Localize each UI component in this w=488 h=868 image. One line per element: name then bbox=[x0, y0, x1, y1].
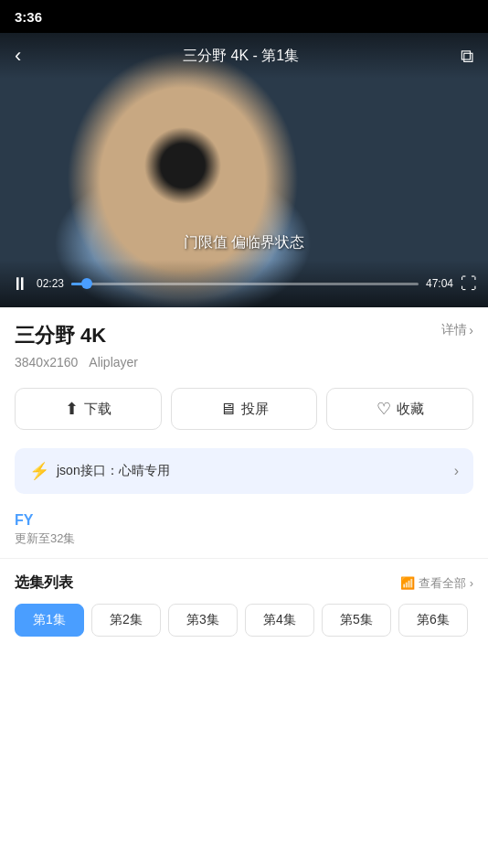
detail-arrow: › bbox=[469, 323, 473, 338]
json-arrow: › bbox=[454, 463, 459, 479]
progress-bar[interactable] bbox=[71, 283, 419, 285]
cast-label: 投屏 bbox=[241, 401, 269, 418]
status-time: 3:36 bbox=[15, 9, 42, 25]
detail-link[interactable]: 详情 › bbox=[441, 322, 473, 338]
view-all-button[interactable]: 📶 查看全部 › bbox=[400, 575, 473, 592]
pip-button[interactable]: ⧉ bbox=[461, 46, 473, 67]
show-meta: 3840x2160 Aliplayer bbox=[15, 355, 138, 370]
time-total: 47:04 bbox=[426, 277, 453, 290]
info-section: 三分野 4K 3840x2160 Aliplayer 详情 › bbox=[0, 307, 488, 377]
episode-button-5[interactable]: 第5集 bbox=[322, 604, 391, 637]
view-all-arrow: › bbox=[470, 576, 473, 590]
episode-button-1[interactable]: 第1集 bbox=[15, 604, 84, 637]
lightning-icon: ⚡ bbox=[29, 461, 49, 481]
pause-button[interactable]: ⏸ bbox=[11, 273, 29, 295]
time-current: 02:23 bbox=[37, 277, 64, 290]
episode-header: 选集列表 📶 查看全部 › bbox=[15, 573, 473, 593]
favorite-button[interactable]: ♡ 收藏 bbox=[326, 388, 473, 430]
detail-label: 详情 bbox=[441, 322, 467, 338]
action-buttons: ⬆ 下载 🖥 投屏 ♡ 收藏 bbox=[0, 377, 488, 441]
player-controls: ⏸ 02:23 47:04 ⛶ bbox=[0, 260, 488, 307]
cast-icon: 🖥 bbox=[219, 400, 236, 419]
cast-button[interactable]: 🖥 投屏 bbox=[171, 388, 318, 430]
resolution: 3840x2160 bbox=[15, 355, 78, 370]
view-all-label: 查看全部 bbox=[419, 575, 466, 592]
progress-thumb[interactable] bbox=[81, 278, 92, 289]
episode-title: 选集列表 bbox=[15, 573, 73, 593]
update-info: 更新至32集 bbox=[15, 530, 473, 547]
episode-grid: 第1集第2集第3集第4集第5集第6集 bbox=[15, 604, 473, 637]
download-icon: ⬆ bbox=[65, 399, 79, 419]
status-bar: 3:36 bbox=[0, 0, 488, 33]
download-label: 下载 bbox=[84, 401, 111, 418]
source-info: FY 更新至32集 bbox=[0, 501, 488, 554]
back-button[interactable]: ‹ bbox=[15, 44, 21, 68]
video-top-nav: ‹ 三分野 4K - 第1集 ⧉ bbox=[0, 33, 488, 79]
video-player[interactable]: ‹ 三分野 4K - 第1集 ⧉ 门限值 偏临界状态 ⏸ 02:23 47:04… bbox=[0, 33, 488, 307]
json-text: json接口：心晴专用 bbox=[57, 463, 447, 479]
episode-button-4[interactable]: 第4集 bbox=[245, 604, 314, 637]
json-banner[interactable]: ⚡ json接口：心晴专用 › bbox=[15, 448, 473, 494]
download-button[interactable]: ⬆ 下载 bbox=[15, 388, 162, 430]
episode-button-3[interactable]: 第3集 bbox=[168, 604, 238, 637]
player-name: Aliplayer bbox=[89, 355, 138, 370]
favorite-label: 收藏 bbox=[397, 401, 424, 418]
episode-section: 选集列表 📶 查看全部 › 第1集第2集第3集第4集第5集第6集 bbox=[0, 563, 488, 644]
video-title-nav: 三分野 4K - 第1集 bbox=[183, 47, 299, 66]
source-name: FY bbox=[15, 512, 473, 529]
subtitle: 门限值 偏临界状态 bbox=[184, 233, 304, 252]
divider bbox=[0, 558, 488, 559]
chart-icon: 📶 bbox=[400, 576, 415, 590]
favorite-icon: ♡ bbox=[377, 399, 391, 419]
show-title: 三分野 4K bbox=[15, 322, 138, 349]
episode-button-2[interactable]: 第2集 bbox=[91, 604, 161, 637]
fullscreen-button[interactable]: ⛶ bbox=[461, 274, 477, 294]
episode-button-6[interactable]: 第6集 bbox=[398, 604, 468, 637]
